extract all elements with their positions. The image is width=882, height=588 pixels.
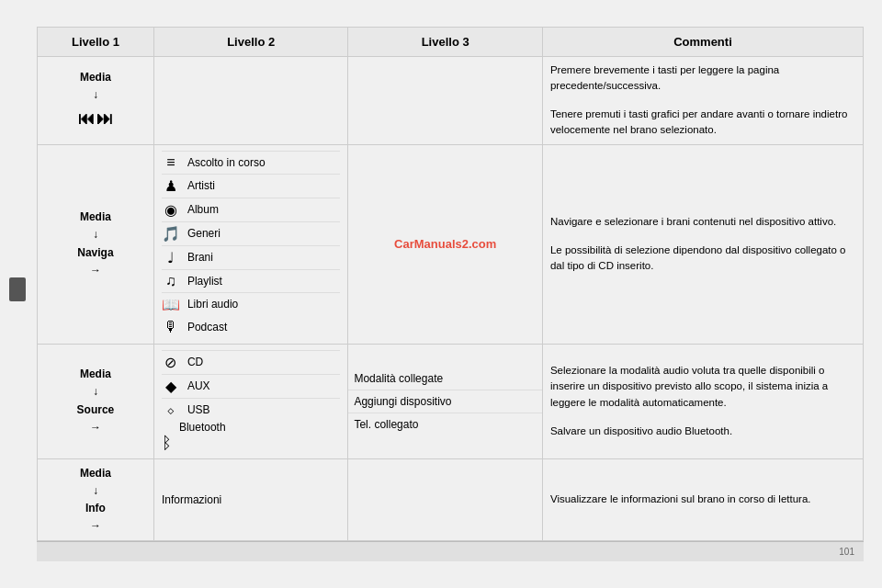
info-label: Info [85,500,106,517]
artisti-label: Artisti [187,179,215,192]
usb-label: USB [187,403,210,416]
ascolto-icon: ≡ [162,154,180,171]
bt-sub-row-3: Tel. collegato [348,413,542,435]
arrow-right-naviga: → [90,262,101,279]
cd-icon: ⊘ [162,354,180,371]
footer-bar: 101 [37,541,864,561]
naviga-item-playlist: ♫ Playlist [162,269,341,292]
media-label-skip: Media [80,69,111,86]
comment-media-skip: Premere brevemente i tasti per leggere l… [542,56,863,144]
source-item-aux: ◆ AUX [162,374,341,398]
lvl3-media-info [348,458,543,541]
brani-icon: ♩ [162,249,180,266]
naviga-item-ascolto: ≡ Ascolto in corso [162,151,341,174]
header-commenti: Commenti [542,27,863,56]
naviga-item-podcast: 🎙 Podcast [162,316,341,338]
table-row-media-info: Media ↓ Info → Informazioni Visualizzare… [38,458,864,541]
naviga-items-list: ≡ Ascolto in corso ♟ Artisti ◉ Album [162,151,341,338]
header-livello3: Livello 3 [348,27,543,56]
source-item-cd: ⊘ CD [162,350,341,374]
naviga-label: Naviga [77,244,113,262]
comment-skip-text1: Premere brevemente i tasti per leggere l… [550,62,855,95]
bluetooth-sub-rows: Modalità collegate Aggiungi dispositivo … [348,368,542,435]
bluetooth-icon: ᛒ [162,434,172,452]
media-block-info: Media ↓ Info → [45,465,146,536]
comment-source-text1: Selezionare la modalità audio voluta tra… [550,363,855,411]
lvl2-media-skip [153,56,348,144]
comment-info-text: Visualizzare le informazioni sul brano i… [550,492,855,507]
watermark: CarManuals2.com [356,235,535,253]
cd-label: CD [187,356,203,368]
bt-sub-row-2: Aggiungi dispositivo [348,390,542,413]
arrow-down-source: ↓ [93,383,98,401]
informazioni-label: Informazioni [162,493,221,506]
usb-icon: ⬦ [162,401,180,418]
page-number: 101 [839,547,854,557]
arrow-down-skip: ↓ [93,86,98,104]
bluetooth-label: Bluetooth [179,421,226,434]
lvl2-media-info: Informazioni [153,458,348,541]
aux-label: AUX [187,379,210,392]
lvl1-media-naviga: Media ↓ Naviga → [38,144,154,344]
lvl2-media-source: ⊘ CD ◆ AUX ⬦ USB [153,344,348,458]
table-row-media-skip: Media ↓ ⏮ ⏭ Premere brevemente i tasti p… [38,56,864,144]
source-items-list: ⊘ CD ◆ AUX ⬦ USB [162,350,341,453]
lvl1-media-skip: Media ↓ ⏮ ⏭ [38,56,154,144]
brani-label: Brani [187,251,213,264]
media-block-skip: Media ↓ ⏮ ⏭ [45,69,146,132]
naviga-item-libri: 📖 Libri audio [162,292,341,316]
lvl3-media-source: Modalità collegate Aggiungi dispositivo … [348,344,543,458]
media-block-naviga: Media ↓ Naviga → [45,209,146,279]
next-icon: ⏭ [96,106,113,132]
ascolto-label: Ascolto in corso [187,156,266,169]
source-item-usb: ⬦ USB [162,398,341,421]
source-item-bluetooth: ᛒ Bluetooth [162,421,341,453]
lvl1-media-info: Media ↓ Info → [38,458,154,541]
aux-icon: ◆ [162,378,180,395]
comment-source-bt: Salvare un dispositivo audio Bluetooth. [550,424,855,439]
comment-naviga-text1: Navigare e selezionare i brani contenuti… [550,214,855,230]
generi-label: Generi [187,227,220,240]
artisti-icon: ♟ [162,177,180,195]
podcast-label: Podcast [187,321,227,334]
comment-media-source: Selezionare la modalità audio voluta tra… [542,344,863,458]
podcast-icon: 🎙 [162,319,180,335]
media-label-info: Media [80,465,111,482]
arrow-right-source: → [90,419,101,436]
generi-icon: 🎵 [162,225,180,243]
bt-sub-row-1: Modalità collegate [348,368,542,390]
bluetooth-icon-wrap: ᛒ [162,421,172,453]
arrow-down-info: ↓ [93,482,98,500]
header-livello2: Livello 2 [153,27,348,56]
comment-media-naviga: Navigare e selezionare i brani contenuti… [542,144,863,344]
lvl3-media-skip [348,56,543,144]
lvl2-media-naviga: ≡ Ascolto in corso ♟ Artisti ◉ Album [153,144,348,344]
table-row-media-source: Media ↓ Source → ⊘ CD [38,344,864,458]
libri-label: Libri audio [187,298,238,311]
naviga-item-generi: 🎵 Generi [162,221,341,245]
libri-icon: 📖 [162,296,180,313]
bluetooth-label-wrap: Bluetooth [179,421,226,434]
naviga-item-album: ◉ Album [162,198,341,221]
comment-media-info: Visualizzare le informazioni sul brano i… [542,458,863,541]
naviga-item-artisti: ♟ Artisti [162,174,341,198]
source-label: Source [77,401,115,419]
sidebar-tab [9,277,26,301]
skip-icons: ⏮ ⏭ [78,106,113,132]
naviga-item-brani: ♩ Brani [162,245,341,269]
header-livello1: Livello 1 [38,27,154,56]
playlist-icon: ♫ [162,273,180,289]
arrow-down-naviga: ↓ [93,226,98,243]
media-label-naviga: Media [80,209,111,226]
main-table: Livello 1 Livello 2 Livello 3 Commenti M… [37,27,864,542]
arrow-right-info: → [90,517,101,535]
album-icon: ◉ [162,201,180,219]
media-label-source: Media [80,366,111,383]
prev-icon: ⏮ [78,106,95,132]
lvl1-media-source: Media ↓ Source → [38,344,154,458]
media-block-source: Media ↓ Source → [45,366,146,436]
playlist-label: Playlist [187,275,222,288]
comment-naviga-text2: Le possibilità di selezione dipendono da… [550,243,855,275]
lvl3-media-naviga: CarManuals2.com [348,144,543,344]
table-row-media-naviga: Media ↓ Naviga → ≡ Ascolto in corso [38,144,864,344]
